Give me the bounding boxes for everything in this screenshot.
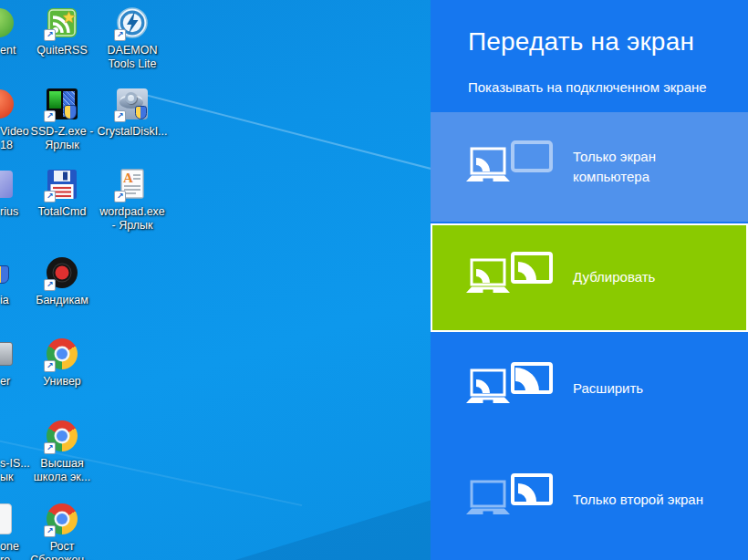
shortcut-arrow-icon: ↗ [44,29,56,41]
pc-screen-only-icon [465,140,553,194]
partial-app-icon [0,342,13,366]
desktop-icon-label: s-IS... ык [0,457,30,484]
shortcut-arrow-icon: ↗ [44,110,56,122]
wallpaper-shadow-wedge [223,404,431,560]
project-option-extend[interactable]: Расширить [431,334,748,443]
project-option-label: Дублировать [573,267,717,288]
desktop-icon-edge-video18[interactable]: Video 18 [0,88,42,152]
desktop-icon-label: ent [0,44,16,57]
partial-app-icon [0,89,14,119]
shortcut-arrow-icon: ↗ [114,29,126,41]
desktop-icon-label: TotalCmd [38,205,87,219]
desktop-icon-label: Video 18 [0,125,29,152]
project-option-second-screen-only[interactable]: Только второй экран [431,445,748,555]
desktop-icon-edge-er[interactable]: er [0,337,42,389]
panel-subtitle: Показывать на подключенном экране [468,79,726,95]
project-option-label: Только экран компьютера [573,147,717,188]
desktop-icon-label: wordpad.exe - Ярлык [98,205,167,233]
project-options-list: Только экран компьютера Дублировать [431,112,748,555]
desktop-icon-crystaldiskinfo[interactable]: ↗ CrystalDiskI... [98,88,167,139]
duplicate-icon [465,251,553,306]
desktop-icon-wordpad[interactable]: A ↗ wordpad.exe - Ярлык [98,168,167,233]
project-flyout-panel: Передать на экран Показывать на подключе… [431,0,748,560]
desktop-icon-label: Бандикам [36,294,88,307]
panel-title: Передать на экран [468,27,726,57]
svg-text:A: A [123,171,133,185]
shortcut-arrow-icon: ↗ [114,191,126,202]
shortcut-arrow-icon: ↗ [44,525,56,537]
partial-app-icon [0,171,13,198]
desktop-icon-daemon-tools[interactable]: ↗ DAEMON Tools Lite [98,6,167,71]
desktop-icon-label: ia [0,294,9,307]
second-screen-only-icon [465,472,553,527]
project-option-duplicate[interactable]: Дублировать [431,223,748,332]
shortcut-arrow-icon: ↗ [44,360,56,372]
desktop-background: ↗ QuiteRSS ↗ DAEMON Tools Lite ↗ [0,0,431,560]
desktop-icon-label: rius [0,205,18,219]
desktop-icon-edge-ia[interactable]: ia [0,256,42,307]
project-option-label: Расширить [573,379,717,399]
shortcut-arrow-icon: ↗ [44,279,56,291]
desktop-icon-edge-rius[interactable]: rius [0,168,42,219]
wallpaper-streak [127,89,431,251]
desktop-icon-label: CrystalDiskI... [97,125,167,139]
desktop-icon-label: er [0,375,10,389]
desktop-icon-label: DAEMON Tools Lite [98,44,167,71]
partial-app-icon [0,503,12,534]
shortcut-arrow-icon: ↗ [114,110,126,122]
desktop-icon-edge-one[interactable]: one re [0,503,42,560]
extend-icon [465,361,553,416]
partial-app-icon [0,258,14,287]
shortcut-arrow-icon: ↗ [44,442,56,454]
desktop-icon-label: one re [0,540,19,560]
project-option-label: Только второй экран [573,490,717,511]
desktop-icon-label: Универ [43,375,81,389]
partial-app-icon [0,8,14,37]
shortcut-arrow-icon: ↗ [44,191,56,202]
desktop-icon-label: QuiteRSS [36,44,88,57]
screen: ↗ QuiteRSS ↗ DAEMON Tools Lite ↗ [0,0,748,560]
project-option-pc-screen-only[interactable]: Только экран компьютера [431,112,748,222]
desktop-icon-edge-ent[interactable]: ent [0,6,42,57]
desktop-icon-edge-s-is[interactable]: s-IS... ык [0,420,42,484]
